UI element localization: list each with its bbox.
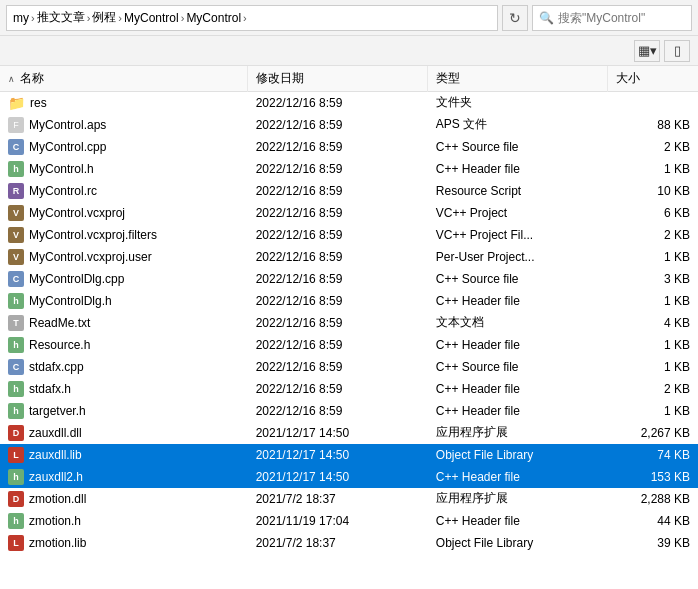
- table-row[interactable]: Lzmotion.lib2021/7/2 18:37Object File Li…: [0, 532, 698, 554]
- breadcrumb-例程[interactable]: 例程: [92, 9, 116, 26]
- table-row[interactable]: VMyControl.vcxproj.filters2022/12/16 8:5…: [0, 224, 698, 246]
- file-size-cell: 88 KB: [608, 114, 698, 136]
- table-row[interactable]: CMyControlDlg.cpp2022/12/16 8:59C++ Sour…: [0, 268, 698, 290]
- file-icon-group: Cstdafx.cpp: [8, 359, 84, 375]
- sep-4: ›: [243, 12, 247, 24]
- breadcrumb-my[interactable]: my: [13, 11, 29, 25]
- col-header-type[interactable]: 类型: [428, 66, 608, 92]
- lib-icon: L: [8, 447, 24, 463]
- file-name-cell: Lzauxdll.lib: [0, 444, 248, 466]
- file-type-cell: C++ Header file: [428, 334, 608, 356]
- file-date-cell: 2021/7/2 18:37: [248, 532, 428, 554]
- table-row[interactable]: hstdafx.h2022/12/16 8:59C++ Header file2…: [0, 378, 698, 400]
- table-row[interactable]: FMyControl.aps2022/12/16 8:59APS 文件88 KB: [0, 114, 698, 136]
- table-row[interactable]: Cstdafx.cpp2022/12/16 8:59C++ Source fil…: [0, 356, 698, 378]
- col-header-date[interactable]: 修改日期: [248, 66, 428, 92]
- view-details-button[interactable]: ▦▾: [634, 40, 660, 62]
- table-row[interactable]: VMyControl.vcxproj.user2022/12/16 8:59Pe…: [0, 246, 698, 268]
- table-row[interactable]: hResource.h2022/12/16 8:59C++ Header fil…: [0, 334, 698, 356]
- table-row[interactable]: hzmotion.h2021/11/19 17:04C++ Header fil…: [0, 510, 698, 532]
- table-row[interactable]: hMyControlDlg.h2022/12/16 8:59C++ Header…: [0, 290, 698, 312]
- txt-icon: T: [8, 315, 24, 331]
- file-date-cell: 2022/12/16 8:59: [248, 114, 428, 136]
- file-name: MyControl.cpp: [29, 140, 106, 154]
- col-header-size[interactable]: 大小: [608, 66, 698, 92]
- file-icon-group: hzauxdll2.h: [8, 469, 83, 485]
- h-icon: h: [8, 337, 24, 353]
- file-name-cell: CMyControlDlg.cpp: [0, 268, 248, 290]
- file-type-cell: C++ Header file: [428, 158, 608, 180]
- file-icon-group: hstdafx.h: [8, 381, 71, 397]
- table-row[interactable]: 📁res2022/12/16 8:59文件夹: [0, 92, 698, 114]
- file-name-cell: CMyControl.cpp: [0, 136, 248, 158]
- folder-icon: 📁: [8, 95, 25, 111]
- file-name: zmotion.lib: [29, 536, 86, 550]
- file-type-cell: 应用程序扩展: [428, 422, 608, 444]
- file-name: MyControlDlg.cpp: [29, 272, 124, 286]
- file-name: ReadMe.txt: [29, 316, 90, 330]
- file-name: MyControlDlg.h: [29, 294, 112, 308]
- sep-2: ›: [118, 12, 122, 24]
- file-type-cell: Object File Library: [428, 532, 608, 554]
- breadcrumb-mycontrol-1[interactable]: MyControl: [124, 11, 179, 25]
- h-icon: h: [8, 381, 24, 397]
- table-row[interactable]: hzauxdll2.h2021/12/17 14:50C++ Header fi…: [0, 466, 698, 488]
- file-name: zmotion.h: [29, 514, 81, 528]
- file-type-cell: C++ Header file: [428, 510, 608, 532]
- toolbar: ▦▾ ▯: [0, 36, 698, 66]
- h-icon: h: [8, 513, 24, 529]
- table-row[interactable]: htargetver.h2022/12/16 8:59C++ Header fi…: [0, 400, 698, 422]
- search-box[interactable]: 🔍: [532, 5, 692, 31]
- file-size-cell: 2 KB: [608, 136, 698, 158]
- file-icon-group: Lzauxdll.lib: [8, 447, 82, 463]
- table-row[interactable]: Dzauxdll.dll2021/12/17 14:50应用程序扩展2,267 …: [0, 422, 698, 444]
- sep-1: ›: [87, 12, 91, 24]
- table-row[interactable]: CMyControl.cpp2022/12/16 8:59C++ Source …: [0, 136, 698, 158]
- file-icon-group: hMyControlDlg.h: [8, 293, 112, 309]
- file-name-cell: VMyControl.vcxproj: [0, 202, 248, 224]
- file-type-cell: C++ Header file: [428, 466, 608, 488]
- breadcrumb-mycontrol-2[interactable]: MyControl: [186, 11, 241, 25]
- view-pane-button[interactable]: ▯: [664, 40, 690, 62]
- file-type-cell: Object File Library: [428, 444, 608, 466]
- file-icon-group: hMyControl.h: [8, 161, 94, 177]
- file-size-cell: 2,267 KB: [608, 422, 698, 444]
- file-type-cell: 文件夹: [428, 92, 608, 114]
- file-name: res: [30, 96, 47, 110]
- file-icon-group: hResource.h: [8, 337, 90, 353]
- file-date-cell: 2021/12/17 14:50: [248, 466, 428, 488]
- file-name-cell: htargetver.h: [0, 400, 248, 422]
- table-row[interactable]: RMyControl.rc2022/12/16 8:59Resource Scr…: [0, 180, 698, 202]
- file-size-cell: 2 KB: [608, 378, 698, 400]
- table-row[interactable]: Lzauxdll.lib2021/12/17 14:50Object File …: [0, 444, 698, 466]
- file-type-cell: C++ Header file: [428, 290, 608, 312]
- file-size-cell: 39 KB: [608, 532, 698, 554]
- file-icon-group: VMyControl.vcxproj.filters: [8, 227, 157, 243]
- table-row[interactable]: Dzmotion.dll2021/7/2 18:37应用程序扩展2,288 KB: [0, 488, 698, 510]
- col-header-name[interactable]: ∧ 名称: [0, 66, 248, 92]
- file-name: stdafx.cpp: [29, 360, 84, 374]
- table-header: ∧ 名称 修改日期 类型 大小: [0, 66, 698, 92]
- lib-icon: L: [8, 535, 24, 551]
- table-row[interactable]: VMyControl.vcxproj2022/12/16 8:59VC++ Pr…: [0, 202, 698, 224]
- file-size-cell: 153 KB: [608, 466, 698, 488]
- file-date-cell: 2022/12/16 8:59: [248, 246, 428, 268]
- refresh-button[interactable]: ↻: [502, 5, 528, 31]
- h-icon: h: [8, 293, 24, 309]
- search-input[interactable]: [558, 11, 668, 25]
- file-date-cell: 2021/11/19 17:04: [248, 510, 428, 532]
- breadcrumb[interactable]: my › 推文文章 › 例程 › MyControl › MyControl ›: [6, 5, 498, 31]
- file-date-cell: 2022/12/16 8:59: [248, 268, 428, 290]
- file-type-cell: VC++ Project Fil...: [428, 224, 608, 246]
- file-date-cell: 2022/12/16 8:59: [248, 290, 428, 312]
- file-name: MyControl.rc: [29, 184, 97, 198]
- breadcrumb-推文文章[interactable]: 推文文章: [37, 9, 85, 26]
- file-icon-group: Dzmotion.dll: [8, 491, 86, 507]
- table-row[interactable]: TReadMe.txt2022/12/16 8:59文本文档4 KB: [0, 312, 698, 334]
- table-row[interactable]: hMyControl.h2022/12/16 8:59C++ Header fi…: [0, 158, 698, 180]
- dll-icon: D: [8, 425, 24, 441]
- h-icon: h: [8, 161, 24, 177]
- cpp-icon: C: [8, 139, 24, 155]
- file-date-cell: 2022/12/16 8:59: [248, 400, 428, 422]
- file-name: MyControl.aps: [29, 118, 106, 132]
